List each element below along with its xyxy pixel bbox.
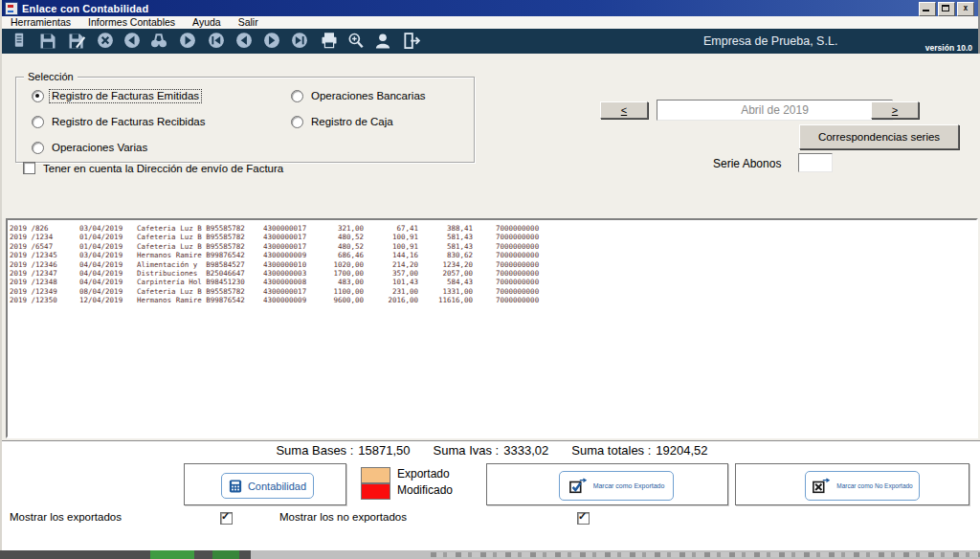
invoice-cell: 11616,00: [420, 296, 473, 304]
invoice-row[interactable]: 2019 /654701/04/2019Cafeteria Luz B B955…: [8, 242, 976, 251]
invoice-cell: Hermanos Ramire B99876542: [137, 251, 261, 259]
invoice-cell: 321,00: [306, 224, 364, 233]
invoice-cell: 2057,00: [420, 269, 473, 278]
modificado-legend-label: Modificado: [397, 483, 453, 497]
version-label: versión 10.0: [925, 43, 972, 53]
next-record-icon[interactable]: [260, 32, 283, 51]
totals-bar: Suma Bases :15871,50 Suma Ivas :3333,02 …: [2, 443, 980, 458]
invoice-cell: 12/04/2019: [79, 296, 137, 304]
marcar-exportado-button[interactable]: Marcar como Exportado: [559, 471, 674, 501]
suma-ivas-label: Suma Ivas :: [434, 443, 500, 458]
invoice-row[interactable]: 2019 /1235012/04/2019Hermanos Ramire B99…: [8, 296, 976, 304]
radio-registro-facturas-recibidas[interactable]: Registro de Facturas Recibidas: [32, 116, 207, 128]
envio-checkbox-label[interactable]: Tener en cuenta la Dirección de envío de…: [43, 163, 283, 174]
save-icon[interactable]: [36, 32, 59, 51]
radio-dot: [32, 90, 44, 102]
next-month-button[interactable]: >: [871, 101, 919, 119]
maximize-button[interactable]: [938, 2, 955, 16]
invoice-cell: 100,91: [366, 233, 418, 241]
envio-checkbox-row[interactable]: Tener en cuenta la Dirección de envío de…: [23, 162, 283, 174]
exportado-legend-label: Exportado: [397, 467, 450, 481]
invoice-row[interactable]: 2019 /1234804/04/2019Carpintería Hol B98…: [8, 278, 976, 286]
invoice-row[interactable]: 2019 /82603/04/2019Cafeteria Luz B B9558…: [8, 224, 976, 233]
radio-label[interactable]: Registro de Facturas Recibidas: [50, 116, 207, 128]
invoice-row[interactable]: 2019 /123401/04/2019Cafeteria Luz B B955…: [8, 233, 976, 241]
invoice-cell: 480,52: [306, 242, 364, 251]
suma-bases-label: Suma Bases :: [276, 443, 353, 458]
invoice-cell: 7000000000: [496, 233, 563, 241]
radio-label[interactable]: Registro de Facturas Emitidas: [50, 90, 201, 102]
first-record-icon[interactable]: [205, 32, 228, 51]
save-edit-icon[interactable]: [65, 32, 88, 51]
menu-salir[interactable]: Salir: [230, 16, 267, 29]
invoice-row[interactable]: 2019 /1234604/04/2019Alimentación y B985…: [8, 260, 976, 269]
close-button[interactable]: x: [957, 2, 974, 16]
minimize-button[interactable]: [919, 2, 936, 16]
marcar-exportado-panel: Marcar como Exportado: [486, 463, 728, 505]
invoice-cell: 7000000000: [496, 251, 563, 259]
invoice-table[interactable]: 2019 /82603/04/2019Cafeteria Luz B B9558…: [6, 218, 978, 438]
new-document-icon[interactable]: [8, 32, 31, 51]
invoice-cell: 7000000000: [496, 296, 563, 304]
invoice-cell: 581,43: [420, 233, 473, 241]
menu-herramientas[interactable]: Herramientas: [2, 16, 79, 29]
invoice-row[interactable]: 2019 /1234704/04/2019Distribuciones B250…: [8, 269, 976, 278]
invoice-cell: 04/04/2019: [79, 269, 137, 278]
radio-label[interactable]: Registro de Caja: [309, 116, 395, 128]
menu-informes-contables[interactable]: Informes Contables: [79, 16, 184, 29]
title-bar: Enlace con Contabilidad x: [2, 0, 978, 16]
invoice-cell: 08/04/2019: [79, 287, 137, 296]
radio-label[interactable]: Operaciones Bancarias: [309, 90, 428, 102]
invoice-cell: 584,43: [420, 278, 473, 286]
invoice-cell: 4300000017: [263, 224, 307, 233]
invoice-cell: 2019 /12346: [10, 260, 77, 269]
previous-record-icon[interactable]: [233, 32, 256, 51]
menu-ayuda[interactable]: Ayuda: [184, 16, 230, 29]
radio-registro-de-caja[interactable]: Registro de Caja: [291, 116, 395, 128]
exportado-swatch: [361, 467, 390, 483]
seleccion-groupbox: Selección Registro de Facturas Emitidas …: [15, 77, 475, 163]
previous-month-button[interactable]: <: [600, 101, 648, 119]
invoice-cell: 581,43: [420, 242, 473, 251]
radio-label[interactable]: Operaciones Varias: [50, 142, 149, 154]
envio-checkbox[interactable]: [23, 162, 35, 174]
contabilidad-button[interactable]: Contabilidad: [221, 473, 314, 499]
invoice-cell: 2019 /1234: [10, 233, 77, 241]
mostrar-exportados-checkbox[interactable]: [220, 512, 233, 525]
user-icon[interactable]: [371, 32, 394, 51]
invoice-cell: 1100,00: [306, 287, 364, 296]
radio-dot: [291, 90, 303, 102]
radio-registro-facturas-emitidas[interactable]: Registro de Facturas Emitidas: [32, 90, 201, 102]
radio-operaciones-varias[interactable]: Operaciones Varias: [32, 142, 149, 154]
mostrar-exportados-label: Mostrar los exportados: [10, 511, 122, 523]
search-binoculars-icon[interactable]: [147, 32, 170, 51]
radio-operaciones-bancarias[interactable]: Operaciones Bancarias: [291, 90, 428, 102]
period-display[interactable]: Abril de 2019: [657, 100, 893, 121]
delete-icon[interactable]: [94, 32, 117, 51]
app-window: Enlace con Contabilidad x Herramientas I…: [0, 0, 980, 550]
toolbar: Empresa de Prueba, S.L. versión 10.0: [2, 29, 978, 54]
suma-totales-value: 19204,52: [656, 443, 707, 458]
check-box-arrow-icon: [568, 478, 588, 495]
calculator-icon: [229, 480, 242, 493]
marcar-exportado-label: Marcar como Exportado: [593, 482, 665, 489]
correspondencias-series-button[interactable]: Correspondencias series: [799, 124, 959, 149]
invoice-cell: 483,00: [306, 278, 364, 286]
marcar-no-exportado-button[interactable]: Marcar como No Exportado: [805, 471, 920, 501]
exit-icon[interactable]: [400, 32, 423, 51]
invoice-cell: 830,62: [420, 251, 473, 259]
mostrar-no-exportados-checkbox[interactable]: [577, 512, 590, 525]
invoice-cell: 2019 /6547: [10, 242, 77, 251]
invoice-row[interactable]: 2019 /1234503/04/2019Hermanos Ramire B99…: [8, 251, 976, 259]
seleccion-legend: Selección: [24, 71, 78, 82]
go-forward-icon[interactable]: [176, 32, 199, 51]
print-icon[interactable]: [318, 32, 341, 51]
invoice-cell: 2019 /12349: [10, 287, 77, 296]
invoice-row[interactable]: 2019 /1234908/04/2019Cafeteria Luz B B95…: [8, 287, 976, 296]
serie-abonos-input[interactable]: [798, 153, 833, 172]
invoice-cell: 2016,00: [366, 296, 418, 304]
suma-bases-value: 15871,50: [358, 443, 410, 458]
go-back-icon[interactable]: [121, 32, 144, 51]
zoom-preview-icon[interactable]: [345, 32, 368, 51]
last-record-icon[interactable]: [288, 32, 311, 51]
